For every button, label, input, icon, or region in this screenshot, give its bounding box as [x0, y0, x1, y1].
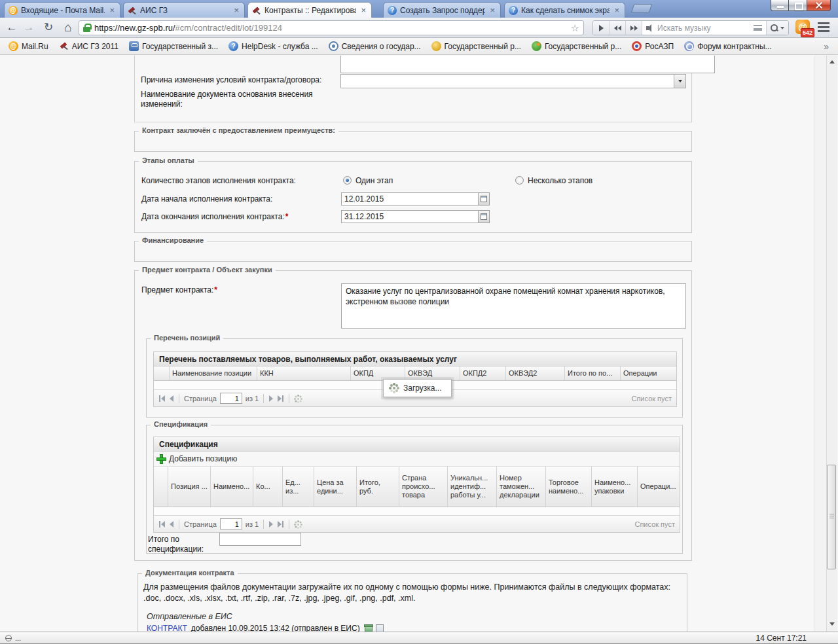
column-header[interactable]: Ед... из...: [283, 467, 314, 507]
browser-tab[interactable]: Входящие - Почта Mail.R×: [4, 2, 120, 18]
bookmark-item[interactable]: Государственный р...: [527, 40, 626, 52]
tab-close-icon[interactable]: ×: [359, 6, 367, 14]
spec-total-input[interactable]: [219, 533, 301, 546]
column-header[interactable]: Позиция ...: [168, 467, 211, 507]
url-text[interactable]: https://new.gz-spb.ru/#cm/contract/edit/…: [94, 23, 567, 33]
forward-button[interactable]: →: [21, 20, 37, 35]
column-header[interactable]: Наимено... упаковки: [592, 467, 638, 507]
home-button[interactable]: ⌂: [60, 20, 76, 35]
tab-close-icon[interactable]: ×: [232, 6, 240, 14]
first-page-button[interactable]: [158, 520, 166, 528]
tab-close-icon[interactable]: ×: [488, 6, 496, 14]
bookmark-star-icon[interactable]: ☆: [571, 23, 579, 33]
tab-close-icon[interactable]: ×: [613, 6, 621, 14]
browser-tab[interactable]: АИС ГЗ×: [123, 2, 245, 18]
column-header[interactable]: Ко...: [253, 467, 283, 507]
change-conditions-textarea[interactable]: [340, 56, 715, 73]
column-header[interactable]: Номер таможен... декларации: [497, 467, 546, 507]
delete-icon[interactable]: [364, 624, 372, 632]
last-page-button[interactable]: [277, 520, 284, 528]
column-header[interactable]: Наименование позиции: [170, 367, 257, 380]
column-header[interactable]: ОКВЭД: [405, 367, 460, 380]
browser-tab[interactable]: Контракты :: Редактирова×: [247, 2, 372, 18]
scroll-down-button[interactable]: [827, 619, 837, 629]
column-header[interactable]: Цена за едини...: [314, 467, 357, 507]
spec-header-row: Позиция ...Наимено...Ко...Ед... из...Цен…: [154, 467, 680, 507]
tab-title: Создать Запрос поддерж: [400, 6, 485, 15]
browser-menu-button[interactable]: [818, 22, 829, 33]
column-header[interactable]: ОКПД2: [460, 367, 506, 380]
checkbox-icon[interactable]: [376, 624, 384, 632]
sved-icon: [329, 41, 338, 51]
refresh-icon[interactable]: [294, 395, 302, 402]
column-header[interactable]: ОКВЭД2: [506, 367, 565, 380]
bookmark-item[interactable]: Государственный р...: [427, 40, 526, 52]
row-selector-column[interactable]: [154, 367, 170, 380]
last-page-button[interactable]: [277, 395, 284, 402]
next-page-button[interactable]: [268, 520, 274, 528]
add-position-button[interactable]: Добавить позицию: [169, 454, 237, 463]
page-number-input[interactable]: [220, 518, 242, 529]
previous-track-button[interactable]: [610, 21, 626, 35]
required-asterisk: *: [285, 212, 289, 221]
multiple-stages-radio[interactable]: [515, 176, 524, 185]
minimize-button[interactable]: [771, 0, 789, 11]
subject-textarea[interactable]: Оказание услуг по централизованной охран…: [341, 283, 686, 329]
bookmark-item[interactable]: Форум контрактны...: [680, 40, 776, 52]
one-stage-radio[interactable]: [343, 176, 352, 185]
browser-tab[interactable]: Создать Запрос поддерж×: [383, 2, 501, 18]
prev-page-button[interactable]: [169, 520, 174, 528]
scroll-up-button[interactable]: [827, 57, 837, 67]
column-header[interactable]: Страна происхо... товара: [399, 467, 448, 507]
music-search-input[interactable]: Искать музыку: [657, 24, 754, 33]
tab-close-icon[interactable]: ×: [108, 6, 116, 14]
back-button[interactable]: ←: [4, 20, 20, 35]
address-bar[interactable]: https://new.gz-spb.ru/#cm/contract/edit/…: [79, 20, 584, 35]
empty-list-text: Список пуст: [631, 395, 672, 402]
reason-label: Причина изменения условий контракта/дого…: [141, 75, 321, 85]
next-page-button[interactable]: [268, 395, 274, 402]
column-header[interactable]: Итого, руб.: [357, 467, 399, 507]
restore-button[interactable]: [789, 0, 807, 11]
page-of-label: из 1: [246, 520, 259, 528]
column-header[interactable]: ККН: [257, 367, 351, 380]
scrollbar-thumb[interactable]: [827, 465, 836, 569]
column-header[interactable]: Итого по по...: [565, 367, 621, 380]
playlist-icon[interactable]: [754, 25, 762, 31]
next-track-button[interactable]: [626, 21, 642, 35]
first-page-button[interactable]: [158, 395, 166, 402]
reason-select-button[interactable]: [674, 75, 685, 88]
music-search-button[interactable]: [766, 21, 788, 35]
bookmark-item[interactable]: Сведения о государ...: [324, 40, 426, 52]
bookmark-item[interactable]: Mail.Ru: [4, 40, 53, 52]
column-header[interactable]: Операци...: [638, 467, 680, 507]
browser-tab[interactable]: Как сделать снимок экра×: [504, 2, 625, 18]
bookmark-item[interactable]: АИС ГЗ 2011: [54, 40, 123, 52]
reason-select[interactable]: [340, 74, 686, 88]
url-path: #cm/contract/edit/lot/199124: [175, 23, 282, 33]
column-header[interactable]: Торговое наимено...: [546, 467, 592, 507]
bookmark-item[interactable]: Государственный з...: [124, 40, 223, 52]
calendar-button[interactable]: [479, 192, 490, 206]
column-header[interactable]: Операции: [621, 367, 676, 380]
column-header[interactable]: Наимено...: [211, 467, 253, 507]
row-selector-column[interactable]: [154, 467, 168, 507]
refresh-icon[interactable]: [294, 520, 302, 528]
reload-button[interactable]: ↻: [41, 20, 56, 35]
calendar-button[interactable]: [479, 210, 490, 223]
new-tab-button[interactable]: [631, 4, 653, 13]
column-header[interactable]: ОКПД: [351, 367, 405, 380]
date-end-input[interactable]: [341, 210, 479, 223]
bookmarks-overflow-chevron-icon[interactable]: »: [818, 41, 834, 52]
column-header[interactable]: Уникальн... идентиф... работы у...: [448, 467, 497, 507]
play-button[interactable]: [593, 21, 610, 35]
mailru-agent-button[interactable]: @ 542: [795, 20, 811, 35]
bookmark-item[interactable]: HelpDesk - служба ...: [224, 40, 323, 52]
date-start-input[interactable]: [341, 192, 479, 206]
loading-text: Загрузка...: [403, 384, 442, 393]
page-number-input[interactable]: [220, 393, 242, 404]
document-link[interactable]: КОНТРАКТ: [147, 624, 187, 632]
bookmark-item[interactable]: РосАЗП: [627, 40, 678, 52]
prev-page-button[interactable]: [169, 395, 174, 402]
close-button[interactable]: [807, 0, 831, 11]
